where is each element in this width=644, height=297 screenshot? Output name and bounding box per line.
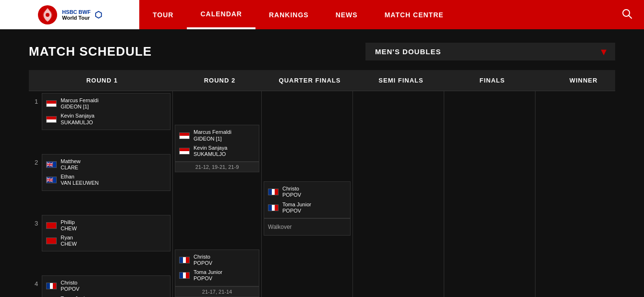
r1-m4-t2-name: Toma Junior POPOV	[61, 296, 89, 297]
main-nav: TOUR CALENDAR RANKINGS NEWS MATCH CENTRE	[139, 0, 644, 29]
category-dropdown[interactable]: MEN'S SINGLES MEN'S DOUBLES WOMEN'S SING…	[365, 43, 615, 60]
match-number-4: 4	[31, 275, 42, 292]
r1-m3-team2: Ryan CHEW	[46, 233, 166, 249]
flag-fr-qf-1	[268, 189, 279, 195]
nav-calendar[interactable]: CALENDAR	[187, 0, 255, 29]
finals-col	[444, 91, 535, 297]
r2-match1-box: Marcus Fernaldi GIDEON [1] Kevin Sanjaya…	[175, 125, 259, 162]
match-number-3: 3	[31, 215, 42, 232]
round2-col: Marcus Fernaldi GIDEON [1] Kevin Sanjaya…	[173, 91, 262, 297]
round1-col: 1 Marcus Fernaldi GIDEON [1] Kevin Sanja…	[29, 91, 173, 297]
flag-id-r2-1	[179, 132, 190, 139]
r1-m4-team1: Christo POPOV	[46, 278, 166, 294]
r2-m2-t1-name: Christo POPOV	[194, 254, 212, 266]
header: HSBC BWF World Tour ⬡ TOUR CALENDAR RANK…	[0, 0, 644, 29]
r1-m2-t1-name: Matthew CLARE	[61, 158, 81, 171]
match-number-1: 1	[31, 93, 42, 110]
r1-match1-box: Marcus Fernaldi GIDEON [1] Kevin Sanjaya…	[42, 93, 170, 130]
nav-news[interactable]: NEWS	[322, 0, 371, 29]
r2-m1-t2-name: Kevin Sanjaya SUKAMULJO	[194, 145, 227, 157]
r1-match-3: 3 Phillip CHEW Ryan CHEW	[31, 215, 170, 252]
r1-m2-t2-name: Ethan VAN LEEUWEN	[61, 174, 98, 186]
r2-match1-score: 21-12, 19-21, 21-9	[175, 162, 259, 172]
flag-id-1	[46, 100, 57, 107]
r1-match-4: 4 Christo POPOV Toma Junior POPOV	[31, 275, 170, 297]
header-finals: FINALS	[447, 70, 538, 91]
header-round2: ROUND 2	[175, 70, 264, 91]
flag-fr-1	[46, 283, 57, 289]
qf-m1-team2: Toma Junior POPOV	[268, 200, 346, 215]
r1-m1-team2: Kevin Sanjaya SUKAMULJO	[46, 111, 166, 127]
flag-us-1	[46, 222, 57, 229]
r1-m1-t2-name: Kevin Sanjaya SUKAMULJO	[61, 113, 94, 125]
flag-id-r2-2	[179, 148, 190, 154]
r2-m2-t2-name: Toma Junior POPOV	[194, 269, 222, 282]
r2-match-1: Marcus Fernaldi GIDEON [1] Kevin Sanjaya…	[175, 125, 259, 172]
sf-col	[353, 91, 444, 297]
r1-match4-box: Christo POPOV Toma Junior POPOV	[42, 275, 170, 297]
qf-match1-box: Christo POPOV Toma Junior POPOV	[264, 181, 351, 218]
qf-m1-t1-name: Christo POPOV	[282, 186, 301, 198]
qf-m1-t2-name: Toma Junior POPOV	[282, 202, 311, 214]
header-winner: WINNER	[538, 70, 629, 91]
r1-m2-team2: Ethan VAN LEEUWEN	[46, 172, 166, 188]
match-schedule-header: MATCH SCHEDULE MEN'S SINGLES MEN'S DOUBL…	[29, 43, 615, 60]
r1-m3-t1-name: Phillip CHEW	[61, 219, 77, 232]
flag-gb-1	[46, 161, 57, 168]
logo-line2: World Tour	[62, 15, 90, 21]
search-icon[interactable]	[622, 9, 632, 21]
r2-match2-box: Christo POPOV Toma Junior POPOV	[175, 249, 259, 286]
r2-m1-t1-name: Marcus Fernaldi GIDEON [1]	[194, 129, 231, 142]
r1-match-2: 2 Matthew CLARE Ethan VAN LEEUWEN	[31, 154, 170, 191]
hsbc-icon: ⬡	[95, 10, 102, 20]
qf-m1-team1: Christo POPOV	[268, 184, 346, 200]
flag-fr-qf-2	[268, 204, 279, 211]
flag-id-2	[46, 116, 57, 123]
r1-m4-t1-name: Christo POPOV	[61, 280, 79, 292]
r1-m1-team1: Marcus Fernaldi GIDEON [1]	[46, 96, 166, 111]
qf-match-1: Christo POPOV Toma Junior POPOV Walkover	[264, 181, 351, 236]
match-number-2: 2	[31, 154, 42, 171]
r1-m3-team1: Phillip CHEW	[46, 218, 166, 233]
flag-fr-r2-2	[179, 272, 190, 279]
r2-m1-team1: Marcus Fernaldi GIDEON [1]	[179, 128, 255, 143]
header-round1: ROUND 1	[29, 70, 175, 91]
flag-us-2	[46, 238, 57, 244]
header-qf: QUARTER FINALS	[264, 70, 355, 91]
bracket-header: ROUND 1 ROUND 2 QUARTER FINALS SEMI FINA…	[29, 70, 615, 91]
header-sf: SEMI FINALS	[355, 70, 447, 91]
winner-col	[535, 91, 627, 297]
page-body: MATCH SCHEDULE MEN'S SINGLES MEN'S DOUBL…	[0, 29, 644, 297]
r1-m4-team2: Toma Junior POPOV	[46, 294, 166, 297]
nav-tour[interactable]: TOUR	[139, 0, 187, 29]
r1-m1-t1-name: Marcus Fernaldi GIDEON [1]	[61, 97, 98, 110]
r1-m2-team1: Matthew CLARE	[46, 157, 166, 172]
qf-col: Christo POPOV Toma Junior POPOV Walkover	[262, 91, 353, 297]
logo-line1: HSBC BWF	[62, 9, 90, 15]
r1-match3-box: Phillip CHEW Ryan CHEW	[42, 215, 170, 252]
page-title: MATCH SCHEDULE	[29, 44, 152, 59]
r2-m2-team2: Toma Junior POPOV	[179, 268, 255, 283]
logo-area: HSBC BWF World Tour ⬡	[0, 0, 139, 29]
qf-match1-score: Walkover	[264, 218, 351, 236]
flag-gb-2	[46, 177, 57, 183]
r2-match2-score: 21-17, 21-14	[175, 286, 259, 297]
logo-icon	[37, 4, 58, 25]
r2-m1-team2: Kevin Sanjaya SUKAMULJO	[179, 143, 255, 159]
flag-fr-r2-1	[179, 257, 190, 263]
r1-m3-t2-name: Ryan CHEW	[61, 235, 77, 247]
category-dropdown-wrap: MEN'S SINGLES MEN'S DOUBLES WOMEN'S SING…	[365, 43, 615, 60]
nav-rankings[interactable]: RANKINGS	[255, 0, 322, 29]
svg-point-2	[46, 13, 49, 17]
r2-m2-team1: Christo POPOV	[179, 252, 255, 268]
r1-match2-box: Matthew CLARE Ethan VAN LEEUWEN	[42, 154, 170, 191]
r1-match-1: 1 Marcus Fernaldi GIDEON [1] Kevin Sanja…	[31, 93, 170, 130]
svg-line-4	[629, 15, 632, 18]
bracket-body: 1 Marcus Fernaldi GIDEON [1] Kevin Sanja…	[29, 91, 615, 297]
r2-match-2: Christo POPOV Toma Junior POPOV 21-17, 2…	[175, 249, 259, 297]
nav-match-centre[interactable]: MATCH CENTRE	[371, 0, 457, 29]
